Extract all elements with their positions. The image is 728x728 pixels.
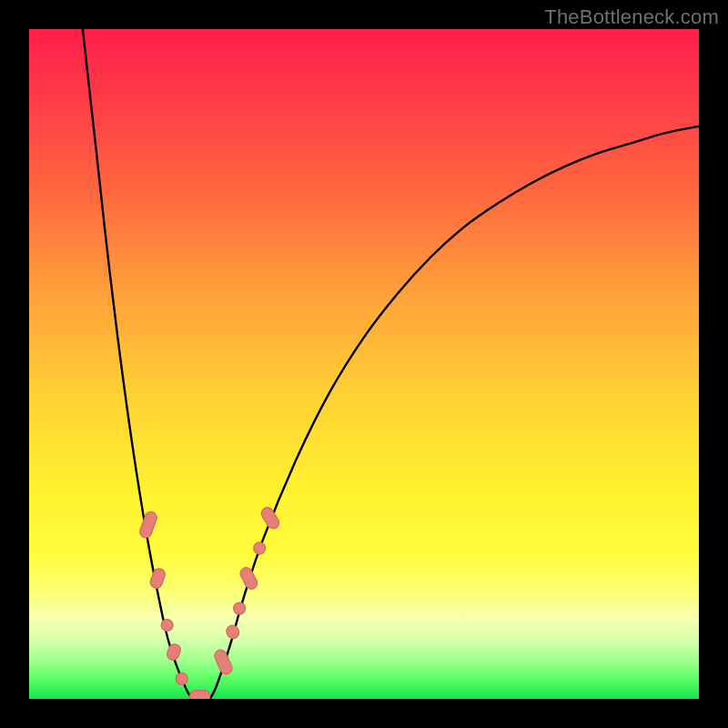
- marker-capsule: [190, 691, 210, 699]
- marker-capsule: [259, 505, 281, 531]
- marker-dot: [176, 672, 187, 684]
- curve-left-curve: [83, 29, 197, 699]
- chart-overlay: [29, 29, 699, 699]
- marker-dot: [254, 542, 266, 554]
- plot-area: [29, 29, 699, 699]
- marker-capsule: [225, 623, 241, 641]
- marker-dot: [161, 620, 173, 632]
- chart-frame: TheBottleneck.com: [0, 0, 728, 728]
- marker-capsule: [166, 642, 183, 662]
- watermark-text: TheBottleneck.com: [544, 5, 719, 29]
- marker-capsule: [148, 567, 167, 590]
- marker-capsule: [138, 511, 158, 540]
- marker-capsule: [213, 648, 234, 676]
- marker-dot: [234, 602, 246, 614]
- marker-capsule: [238, 565, 259, 591]
- curve-right-curve: [210, 126, 699, 699]
